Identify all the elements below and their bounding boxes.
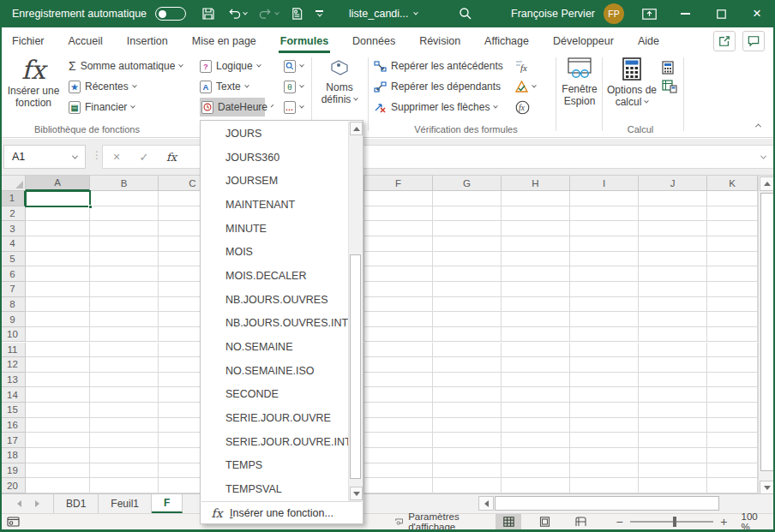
vertical-scrollbar[interactable]	[758, 176, 775, 497]
grid-cell[interactable]	[502, 403, 570, 418]
grid-cell[interactable]	[639, 448, 707, 463]
tab-formules[interactable]: Formules	[268, 27, 340, 54]
grid-cell[interactable]	[707, 282, 758, 297]
grid-cell[interactable]	[364, 403, 433, 418]
grid-cell[interactable]	[707, 343, 758, 358]
row-header-16[interactable]: 16	[0, 418, 26, 433]
grid-cell[interactable]	[433, 418, 502, 433]
grid-cell[interactable]	[639, 206, 707, 222]
grid-cell[interactable]	[570, 433, 639, 448]
grid-cell[interactable]	[639, 266, 707, 282]
ribbon-display-options-icon[interactable]	[631, 0, 667, 27]
save-icon[interactable]	[201, 7, 215, 21]
grid-cell[interactable]	[364, 282, 433, 297]
close-button[interactable]: ×	[739, 0, 775, 27]
grid-cell[interactable]	[639, 373, 707, 388]
grid-cell[interactable]	[502, 478, 570, 493]
grid-cell[interactable]	[364, 252, 433, 267]
enter-icon[interactable]: ✓	[130, 151, 158, 164]
grid-cell[interactable]	[90, 403, 159, 418]
grid-cell[interactable]	[502, 252, 570, 267]
grid-cell[interactable]	[570, 297, 639, 313]
text-functions-button[interactable]: A Texte	[200, 77, 249, 96]
row-header-9[interactable]: 9	[0, 312, 26, 327]
grid-cell[interactable]	[639, 327, 707, 343]
grid-cell[interactable]	[707, 478, 758, 493]
view-normal-button[interactable]	[496, 514, 521, 530]
grid-cell[interactable]	[639, 418, 707, 433]
row-header-13[interactable]: 13	[0, 373, 26, 388]
menu-item-temps[interactable]: TEMPS	[201, 454, 348, 478]
menu-item-jours[interactable]: JOURS	[201, 122, 348, 146]
grid-cell[interactable]	[364, 357, 433, 373]
tab-accueil[interactable]: Accueil	[57, 27, 115, 54]
row-header-2[interactable]: 2	[0, 206, 26, 222]
grid-cell[interactable]	[639, 478, 707, 493]
recent-functions-button[interactable]: ★ Récentes	[69, 77, 136, 96]
grid-cell[interactable]	[90, 236, 159, 252]
grid-cell[interactable]	[433, 236, 502, 252]
grid-cell[interactable]	[502, 206, 570, 222]
document-title[interactable]: liste_candi...	[349, 8, 408, 20]
tab-affichage[interactable]: Affichage	[472, 27, 541, 54]
row-header-12[interactable]: 12	[0, 357, 26, 373]
user-name[interactable]: Françoise Pervier	[511, 8, 595, 20]
grid-cell[interactable]	[26, 478, 90, 493]
column-header-f[interactable]: F	[364, 176, 433, 191]
grid-cell[interactable]	[707, 191, 758, 206]
minimize-button[interactable]	[667, 0, 703, 27]
row-header-15[interactable]: 15	[0, 403, 26, 418]
trace-precedents-button[interactable]: Repérer les antécédents	[374, 57, 503, 75]
grid-cell[interactable]	[707, 433, 758, 448]
grid-cell[interactable]	[639, 387, 707, 403]
grid-cell[interactable]	[26, 206, 90, 222]
row-header-14[interactable]: 14	[0, 387, 26, 403]
menu-scroll-thumb[interactable]	[350, 254, 361, 479]
grid-cell[interactable]	[570, 206, 639, 222]
grid-cell[interactable]	[639, 357, 707, 373]
undo-button[interactable]	[227, 8, 247, 21]
tab-fichier[interactable]: Fichier	[0, 27, 57, 54]
calculate-sheet-button[interactable]	[662, 80, 677, 93]
grid-cell[interactable]	[90, 282, 159, 297]
grid-cell[interactable]	[433, 373, 502, 388]
horizontal-scrollbar[interactable]	[477, 494, 775, 513]
lookup-reference-button[interactable]	[284, 57, 303, 75]
grid-cell[interactable]	[502, 236, 570, 252]
grid-cell[interactable]	[707, 387, 758, 403]
customize-qat-icon[interactable]	[315, 10, 323, 16]
sheet-nav-prev-icon[interactable]	[17, 500, 21, 507]
row-header-20[interactable]: 20	[0, 478, 26, 493]
grid-cell[interactable]	[707, 221, 758, 236]
grid-cell[interactable]	[639, 403, 707, 418]
grid-cell[interactable]	[502, 373, 570, 388]
grid-cell[interactable]	[639, 282, 707, 297]
grid-cell[interactable]	[433, 448, 502, 463]
selected-cell-a1[interactable]	[25, 190, 91, 207]
grid-cell[interactable]	[502, 357, 570, 373]
menu-item-nb.jours.ouvres.intl[interactable]: NB.JOURS.OUVRES.INTL	[201, 312, 348, 336]
menu-item-maintenant[interactable]: MAINTENANT	[201, 193, 348, 217]
tab-données[interactable]: Données	[340, 27, 407, 54]
grid-cell[interactable]	[570, 373, 639, 388]
grid-cell[interactable]	[502, 327, 570, 343]
grid-cell[interactable]	[364, 463, 433, 479]
grid-cell[interactable]	[707, 448, 758, 463]
grid-cell[interactable]	[570, 418, 639, 433]
row-header-17[interactable]: 17	[0, 433, 26, 448]
column-header-g[interactable]: G	[433, 176, 502, 191]
name-box[interactable]: A1	[3, 145, 86, 169]
grid-cell[interactable]	[707, 327, 758, 343]
grid-cell[interactable]	[502, 463, 570, 479]
grid-cell[interactable]	[26, 357, 90, 373]
remove-arrows-button[interactable]: Supprimer les flèches	[374, 98, 497, 117]
menu-item-tempsval[interactable]: TEMPSVAL	[201, 477, 348, 501]
grid-cell[interactable]	[639, 297, 707, 313]
math-trig-button[interactable]: θ	[284, 77, 303, 96]
grid-cell[interactable]	[502, 282, 570, 297]
grid-cell[interactable]	[433, 191, 502, 206]
insert-function-button[interactable]: fx Insérer une fonction	[3, 56, 63, 109]
zoom-in-button[interactable]: +	[720, 515, 727, 529]
grid-cell[interactable]	[707, 463, 758, 479]
grid-cell[interactable]	[90, 221, 159, 236]
